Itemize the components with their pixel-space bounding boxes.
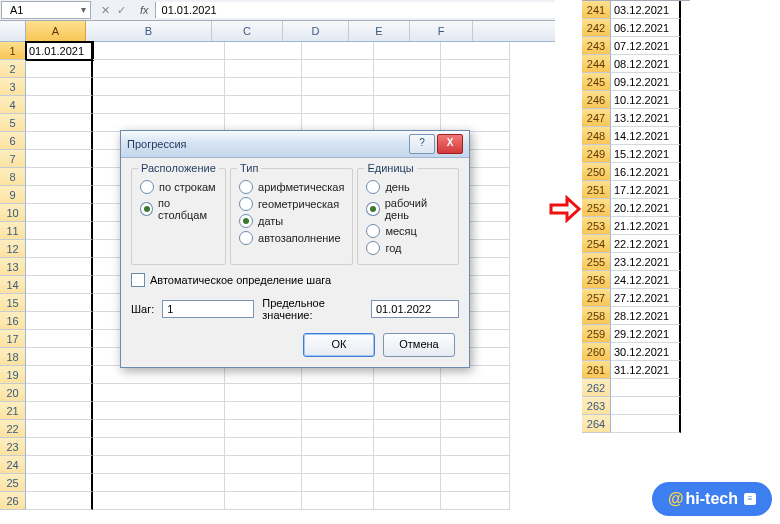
cell[interactable]: 10.12.2021 xyxy=(611,91,681,109)
row-header[interactable]: 247 xyxy=(582,109,611,127)
row-header[interactable]: 245 xyxy=(582,73,611,91)
radio-icon[interactable] xyxy=(239,180,253,194)
cell[interactable] xyxy=(225,42,302,60)
row-header[interactable]: 19 xyxy=(0,366,26,384)
cell[interactable] xyxy=(26,60,93,78)
row-header[interactable]: 23 xyxy=(0,438,26,456)
cell[interactable] xyxy=(26,132,93,150)
radio-option[interactable]: год xyxy=(366,241,450,255)
row-header[interactable]: 243 xyxy=(582,37,611,55)
cell[interactable]: 21.12.2021 xyxy=(611,217,681,235)
cell[interactable] xyxy=(441,366,510,384)
cell[interactable] xyxy=(225,78,302,96)
row-header[interactable]: 1 xyxy=(0,42,26,60)
cell[interactable] xyxy=(225,96,302,114)
cell[interactable] xyxy=(302,366,374,384)
row-header[interactable]: 6 xyxy=(0,132,26,150)
row-header[interactable]: 255 xyxy=(582,253,611,271)
row-header[interactable]: 242 xyxy=(582,19,611,37)
radio-icon[interactable] xyxy=(366,180,380,194)
row-header[interactable]: 253 xyxy=(582,217,611,235)
cell[interactable] xyxy=(611,415,681,433)
cell[interactable] xyxy=(302,384,374,402)
cell[interactable] xyxy=(374,384,441,402)
cell[interactable] xyxy=(26,222,93,240)
cell[interactable] xyxy=(93,78,225,96)
cell[interactable] xyxy=(225,492,302,510)
cell[interactable] xyxy=(26,456,93,474)
cell[interactable] xyxy=(26,240,93,258)
spreadsheet-grid-right[interactable]: 24103.12.202124206.12.202124307.12.20212… xyxy=(582,0,690,433)
radio-option[interactable]: геометрическая xyxy=(239,197,344,211)
row-header[interactable]: 13 xyxy=(0,258,26,276)
cell[interactable] xyxy=(441,78,510,96)
row-header[interactable]: 26 xyxy=(0,492,26,510)
row-header[interactable]: 4 xyxy=(0,96,26,114)
cell[interactable] xyxy=(26,366,93,384)
dialog-close-button[interactable]: X xyxy=(437,134,463,154)
cell[interactable] xyxy=(26,276,93,294)
cell[interactable]: 13.12.2021 xyxy=(611,109,681,127)
cell[interactable] xyxy=(302,42,374,60)
cell[interactable]: 28.12.2021 xyxy=(611,307,681,325)
cell[interactable] xyxy=(441,96,510,114)
cell[interactable] xyxy=(374,456,441,474)
radio-option[interactable]: по столбцам xyxy=(140,197,217,221)
row-header[interactable]: 18 xyxy=(0,348,26,366)
cell[interactable] xyxy=(302,96,374,114)
cell[interactable]: 07.12.2021 xyxy=(611,37,681,55)
cell[interactable] xyxy=(26,312,93,330)
fx-icon[interactable]: fx xyxy=(134,4,155,16)
row-header[interactable]: 259 xyxy=(582,325,611,343)
cell[interactable]: 15.12.2021 xyxy=(611,145,681,163)
row-header[interactable]: 24 xyxy=(0,456,26,474)
radio-icon[interactable] xyxy=(366,202,379,216)
cell[interactable] xyxy=(374,438,441,456)
radio-icon[interactable] xyxy=(140,202,153,216)
cell[interactable] xyxy=(93,384,225,402)
col-header-e[interactable]: E xyxy=(349,21,410,41)
cell[interactable] xyxy=(225,366,302,384)
row-header[interactable]: 3 xyxy=(0,78,26,96)
cell[interactable]: 22.12.2021 xyxy=(611,235,681,253)
row-header[interactable]: 251 xyxy=(582,181,611,199)
cell[interactable] xyxy=(93,492,225,510)
col-header-d[interactable]: D xyxy=(283,21,349,41)
cell[interactable] xyxy=(441,438,510,456)
row-header[interactable]: 244 xyxy=(582,55,611,73)
cell[interactable] xyxy=(611,379,681,397)
radio-icon[interactable] xyxy=(366,224,380,238)
cell[interactable] xyxy=(225,474,302,492)
accept-formula-icon[interactable]: ✓ xyxy=(114,4,128,17)
radio-option[interactable]: даты xyxy=(239,214,344,228)
cell[interactable]: 08.12.2021 xyxy=(611,55,681,73)
col-header-f[interactable]: F xyxy=(410,21,473,41)
cell[interactable] xyxy=(26,474,93,492)
cell[interactable] xyxy=(441,474,510,492)
cell[interactable] xyxy=(26,78,93,96)
cell[interactable] xyxy=(374,366,441,384)
radio-option[interactable]: автозаполнение xyxy=(239,231,344,245)
cell[interactable] xyxy=(26,492,93,510)
cell[interactable]: 29.12.2021 xyxy=(611,325,681,343)
cell[interactable] xyxy=(441,402,510,420)
select-all-corner[interactable] xyxy=(0,21,26,41)
cell[interactable] xyxy=(26,348,93,366)
cell[interactable] xyxy=(374,60,441,78)
cell[interactable]: 06.12.2021 xyxy=(611,19,681,37)
cell[interactable] xyxy=(26,114,93,132)
row-header[interactable]: 250 xyxy=(582,163,611,181)
auto-step-checkbox[interactable] xyxy=(131,273,145,287)
cell[interactable] xyxy=(441,60,510,78)
cancel-formula-icon[interactable]: ✕ xyxy=(98,4,112,17)
cell[interactable]: 14.12.2021 xyxy=(611,127,681,145)
row-header[interactable]: 249 xyxy=(582,145,611,163)
cell[interactable] xyxy=(302,438,374,456)
row-header[interactable]: 7 xyxy=(0,150,26,168)
row-header[interactable]: 246 xyxy=(582,91,611,109)
cell[interactable] xyxy=(26,204,93,222)
cell[interactable] xyxy=(302,492,374,510)
cell[interactable]: 30.12.2021 xyxy=(611,343,681,361)
row-header[interactable]: 17 xyxy=(0,330,26,348)
cell[interactable] xyxy=(374,42,441,60)
